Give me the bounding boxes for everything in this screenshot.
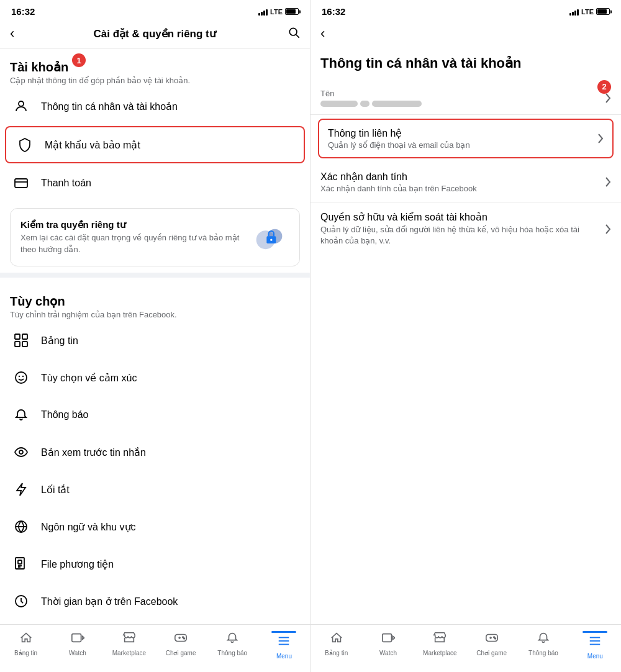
- home-icon: [19, 631, 33, 648]
- marketplace-tab-label: Marketplace: [112, 650, 146, 656]
- home-tab-r[interactable]: Bảng tin: [310, 629, 362, 662]
- shortcuts-item[interactable]: Lối tắt: [0, 471, 310, 508]
- svg-point-13: [16, 372, 27, 383]
- home-icon-r: [330, 631, 343, 648]
- marketplace-icon-r: [433, 631, 446, 648]
- name-value: [320, 101, 422, 107]
- step2-badge: 2: [597, 80, 611, 94]
- games-tab[interactable]: Chơi game: [155, 629, 207, 662]
- account-subtitle: Cập nhật thông tin để góp phần bảo vệ tà…: [10, 76, 300, 85]
- shield-icon: [14, 134, 36, 156]
- time-icon: [10, 590, 32, 612]
- signal-icon-right: [569, 8, 579, 16]
- privacy-card-title: Kiểm tra quyền riêng tư: [20, 219, 252, 230]
- shortcut-icon: [10, 478, 32, 501]
- svg-point-8: [270, 239, 272, 241]
- file-media-item[interactable]: File phương tiện: [0, 545, 310, 583]
- right-screen-content: Thông tin cá nhân và tài khoản Tên 2: [310, 48, 621, 624]
- marketplace-tab-r[interactable]: Marketplace: [414, 629, 466, 662]
- watch-icon: [71, 631, 84, 648]
- time-item[interactable]: Thời gian bạn ở trên Facebook: [0, 583, 310, 620]
- svg-rect-11: [15, 342, 20, 347]
- nav-header-right: ‹: [310, 20, 621, 48]
- right-page-title: Thông tin cá nhân và tài khoản: [310, 48, 621, 81]
- svg-rect-23: [72, 634, 81, 642]
- language-icon: [10, 515, 32, 538]
- notifications-tab-label: Thông báo: [217, 650, 247, 656]
- step1-badge: 1: [72, 53, 86, 67]
- privacy-check-card[interactable]: Kiểm tra quyền riêng tư Xem lại các cài …: [10, 208, 300, 266]
- notifications-tab[interactable]: Thông báo: [207, 629, 258, 662]
- watch-tab-label-r: Watch: [379, 650, 397, 656]
- marketplace-icon: [122, 631, 136, 648]
- svg-point-39: [494, 638, 496, 639]
- games-icon-r: [485, 631, 499, 648]
- marketplace-tab[interactable]: Marketplace: [103, 629, 155, 662]
- contact-info-subtitle: Quản lý số điện thoại và email của bạn: [328, 140, 470, 150]
- svg-point-2: [19, 101, 24, 106]
- language-item[interactable]: Ngôn ngữ và khu vực: [0, 508, 310, 545]
- menu-icon-r: [588, 634, 602, 652]
- identity-title: Xác nhận danh tính: [320, 171, 477, 183]
- payment-icon: [10, 172, 32, 194]
- file-icon: [10, 553, 32, 575]
- file-media-label: File phương tiện: [41, 558, 114, 570]
- identity-row[interactable]: Xác nhận danh tính Xác nhận danh tính củ…: [310, 162, 621, 202]
- shortcuts-label: Lối tắt: [41, 484, 70, 496]
- signal-icon: [258, 8, 268, 16]
- time-left: 16:32: [11, 6, 35, 17]
- watch-tab[interactable]: Watch: [52, 629, 103, 662]
- menu-tab-label-r: Menu: [587, 653, 603, 660]
- payment-label: Thanh toán: [41, 178, 91, 189]
- newsfeed-icon: [10, 329, 32, 352]
- account-section: Tài khoản 1 Cập nhật thông tin để góp ph…: [0, 48, 310, 88]
- games-tab-r[interactable]: Chơi game: [466, 629, 517, 662]
- ownership-subtitle: Quản lý dữ liệu, sửa đổi người liên hệ t…: [320, 224, 600, 247]
- left-screen-content: Tài khoản 1 Cập nhật thông tin để góp ph…: [0, 48, 310, 624]
- newsfeed-label: Bảng tin: [41, 335, 78, 347]
- battery-icon-right: [596, 8, 610, 15]
- menu-tab[interactable]: Menu: [258, 629, 310, 662]
- newsfeed-item[interactable]: Bảng tin: [0, 322, 310, 359]
- payment-item[interactable]: Thanh toán: [0, 165, 310, 202]
- games-tab-label-r: Chơi game: [476, 650, 507, 656]
- svg-rect-10: [22, 334, 27, 339]
- emoji-options-item[interactable]: Tùy chọn về cảm xúc: [0, 359, 310, 396]
- password-security-item[interactable]: Mật khẩu và bảo mật: [5, 126, 305, 163]
- notifications-tab-r[interactable]: Thông báo: [517, 629, 569, 662]
- name-label: Tên: [320, 89, 422, 98]
- menu-active-indicator: [271, 631, 296, 633]
- nav-header-left: ‹ Cài đặt & quyền riêng tư: [0, 20, 310, 48]
- svg-point-29: [184, 638, 185, 639]
- home-tab[interactable]: Bảng tin: [0, 629, 52, 662]
- bell-icon: [10, 404, 32, 426]
- page-title-left: Cài đặt & quyền riêng tư: [22, 27, 288, 40]
- menu-active-indicator-r: [582, 631, 607, 633]
- ownership-row[interactable]: Quyền sở hữu và kiểm soát tài khoản Quản…: [310, 202, 621, 255]
- notifications-item[interactable]: Thông báo: [0, 396, 310, 434]
- svg-rect-3: [15, 179, 27, 188]
- back-button-left[interactable]: ‹: [10, 25, 14, 42]
- menu-tab-label: Menu: [276, 653, 292, 660]
- watch-icon-r: [381, 631, 395, 648]
- battery-icon-left: [285, 8, 299, 15]
- status-bar-right: 16:32 LTE: [310, 0, 621, 20]
- menu-tab-r[interactable]: Menu: [569, 629, 621, 662]
- home-tab-label-r: Bảng tin: [325, 650, 348, 656]
- person-icon: [10, 95, 32, 117]
- ownership-title: Quyền sở hữu và kiểm soát tài khoản: [320, 211, 600, 223]
- personal-info-item[interactable]: Thông tin cá nhân và tài khoản: [0, 88, 310, 125]
- preview-label: Bản xem trước tin nhắn: [41, 447, 146, 458]
- preview-item[interactable]: Bản xem trước tin nhắn: [0, 434, 310, 471]
- name-row[interactable]: Tên 2: [310, 81, 621, 115]
- status-icons-left: LTE: [258, 8, 299, 16]
- back-button-right[interactable]: ‹: [320, 25, 325, 42]
- tab-bar-left: Bảng tin Watch Marketpla: [0, 624, 310, 672]
- watch-tab-r[interactable]: Watch: [362, 629, 414, 662]
- time-label: Thời gian bạn ở trên Facebook: [41, 596, 178, 607]
- privacy-card-desc: Xem lại các cài đặt quan trọng về quyền …: [20, 232, 252, 255]
- divider: [0, 273, 310, 278]
- svg-marker-34: [392, 636, 395, 640]
- search-button-left[interactable]: [288, 26, 300, 42]
- contact-info-row[interactable]: Thông tin liên hệ Quản lý số điện thoại …: [318, 119, 614, 158]
